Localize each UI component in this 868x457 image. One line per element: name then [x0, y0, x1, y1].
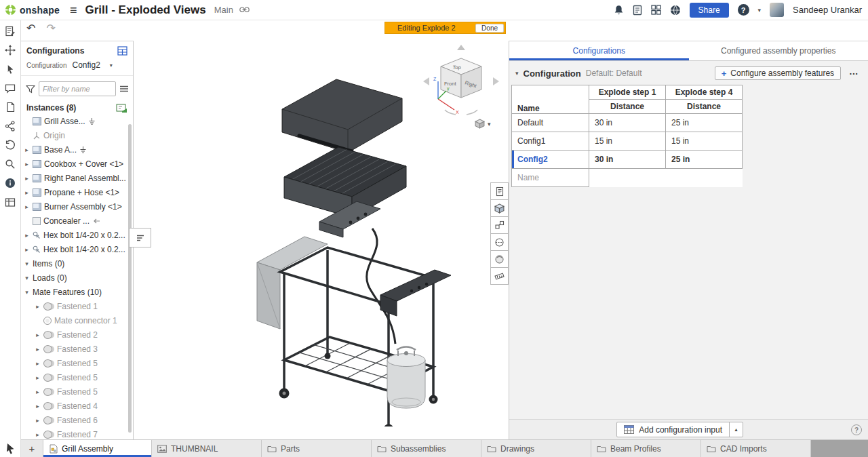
tree-item-grill-assembly[interactable]: Grill Asse... [21, 114, 133, 128]
account-caret-icon[interactable]: ▾ [758, 7, 762, 14]
configuration-dropdown[interactable]: Config2 ▾ [72, 60, 112, 70]
config-name-cell[interactable]: Config1 [512, 132, 589, 151]
insert-icon[interactable] [116, 104, 127, 113]
tree-group-mate-features[interactable]: ▾ Mate Features (10) [21, 285, 133, 299]
expand-caret-icon[interactable]: ▸ [35, 360, 41, 367]
tree-item-fastened-4[interactable]: ▸ Fastened 4 [21, 399, 133, 413]
share-link-icon[interactable] [239, 7, 250, 13]
config-name-cell[interactable]: Config2 [512, 151, 589, 169]
workspace-name[interactable]: Main [214, 5, 233, 15]
measure-button[interactable] [490, 267, 509, 285]
tree-group-loads[interactable]: ▾ Loads (0) [21, 271, 133, 285]
tree-item-fastened-1[interactable]: ▸ Fastened 1 [21, 299, 133, 313]
expand-caret-icon[interactable]: ▸ [24, 189, 30, 196]
tree-item-fastened-6[interactable]: ▸ Fastened 6 [21, 413, 133, 427]
tree-group-items[interactable]: ▾ Items (0) [21, 256, 133, 271]
select-cursor-icon[interactable] [3, 62, 17, 76]
exploded-view-button[interactable] [490, 216, 509, 234]
tree-item-concealer[interactable]: Concealer ... [21, 214, 133, 228]
tree-item-fastened-5c[interactable]: ▸ Fastened 5 [21, 384, 133, 399]
configuration-table-icon[interactable] [117, 46, 127, 56]
tab-subassemblies[interactable]: Subassemblies [372, 440, 481, 457]
panel-help-icon[interactable]: ? [851, 424, 862, 435]
expand-caret-icon[interactable]: ▸ [24, 203, 30, 210]
config-value-cell[interactable]: 30 in [589, 114, 666, 132]
tree-item-fastened-5a[interactable]: ▸ Fastened 5 [21, 356, 133, 370]
tree-item-right-panel-assembly[interactable]: ▸ Right Panel Assembl... [21, 171, 133, 185]
tab-cad-imports[interactable]: CAD Imports [701, 440, 811, 457]
expand-caret-icon[interactable]: ▸ [35, 332, 41, 338]
expand-caret-icon[interactable]: ▸ [35, 389, 41, 395]
tree-item-mate-connector-1[interactable]: Mate connector 1 [21, 313, 133, 327]
pointer-mode-icon[interactable] [4, 443, 16, 455]
config-value-cell[interactable]: 30 in [589, 151, 666, 169]
tree-item-origin[interactable]: Origin [21, 128, 133, 142]
overflow-menu-icon[interactable]: ••• [850, 71, 859, 77]
add-configuration-input-button[interactable]: Add configuration input ▴ [616, 422, 743, 437]
new-config-name-placeholder[interactable]: Name [512, 169, 589, 187]
redo-icon[interactable]: ↷ [46, 22, 55, 35]
config-row-default[interactable]: Default 30 in 25 in [512, 114, 743, 132]
new-config-row[interactable]: Name [512, 169, 743, 187]
expand-caret-icon[interactable]: ▸ [35, 417, 41, 424]
tab-grill-assembly[interactable]: Grill Assembly [43, 440, 152, 457]
expand-caret-icon[interactable]: ▸ [35, 374, 41, 381]
config-value-cell[interactable]: 25 in [666, 114, 743, 132]
search-icon[interactable] [3, 157, 17, 171]
tree-item-hex-bolt-1[interactable]: ▸ Hex bolt 1/4-20 x 0.2... [21, 228, 133, 242]
section-view-button[interactable] [490, 233, 509, 251]
parts-cube-button[interactable] [490, 199, 509, 217]
tree-item-cookbox-cover[interactable]: ▸ Cookbox + Cover <1> [21, 157, 133, 171]
config-name-cell[interactable]: Default [512, 114, 589, 132]
tree-item-propane-hose[interactable]: ▸ Propane + Hose <1> [21, 185, 133, 199]
learning-globe-icon[interactable] [670, 5, 681, 16]
user-avatar[interactable] [770, 3, 784, 17]
collapse-caret-icon[interactable]: ▾ [24, 289, 30, 296]
expand-caret-icon[interactable]: ▸ [24, 232, 30, 239]
expand-caret-icon[interactable]: ▸ [24, 175, 30, 182]
tab-drawings[interactable]: Drawings [481, 440, 591, 457]
add-tab-button[interactable]: + [21, 440, 43, 457]
config-value-cell[interactable]: 25 in [666, 151, 743, 169]
section-collapse-caret-icon[interactable]: ▾ [515, 70, 519, 77]
tree-item-base-assembly[interactable]: ▸ Base A... [21, 142, 133, 157]
tab-configurations[interactable]: Configurations [509, 41, 689, 60]
display-mode-button[interactable]: ▾ [475, 119, 491, 129]
filter-funnel-icon[interactable] [26, 85, 35, 94]
history-icon[interactable] [3, 138, 17, 152]
configure-assembly-features-button[interactable]: + Configure assembly features [715, 66, 841, 80]
move-icon[interactable] [3, 43, 17, 57]
versions-graph-icon[interactable] [3, 119, 17, 133]
structure-list-toggle-button[interactable] [129, 228, 151, 247]
notifications-bell-icon[interactable] [614, 5, 624, 16]
list-options-icon[interactable] [119, 85, 129, 93]
expand-caret-icon[interactable]: ▸ [24, 246, 30, 253]
tab-beam-profiles[interactable]: Beam Profiles [591, 440, 701, 457]
onshape-logo[interactable]: onshape [0, 4, 64, 16]
config-row-config1[interactable]: Config1 15 in 15 in [512, 132, 743, 151]
undo-icon[interactable]: ↶ [26, 22, 35, 35]
tab-thumbnail[interactable]: THUMBNAIL [152, 440, 262, 457]
grill-exploded-model[interactable] [218, 47, 475, 426]
filter-input[interactable] [39, 81, 116, 96]
info-icon[interactable] [3, 176, 17, 190]
tree-item-fastened-2[interactable]: ▸ Fastened 2 [21, 327, 133, 342]
tree-item-burner-assembly[interactable]: ▸ Burner Assembly <1> [21, 199, 133, 214]
tree-item-fastened-5b[interactable]: ▸ Fastened 5 [21, 370, 133, 384]
config-value-cell[interactable]: 15 in [666, 132, 743, 151]
done-button[interactable]: Done [475, 24, 504, 33]
main-menu-icon[interactable]: ≡ [64, 4, 83, 16]
comments-icon[interactable] [3, 81, 17, 95]
sheet-panel-button[interactable] [490, 182, 509, 200]
share-button[interactable]: Share [690, 3, 729, 18]
config-row-config2-selected[interactable]: Config2 30 in 25 in [512, 151, 743, 169]
reference-manager-icon[interactable] [633, 5, 642, 16]
rotate-right-arrow-icon[interactable] [493, 77, 499, 85]
expand-caret-icon[interactable]: ▸ [35, 303, 41, 310]
collapse-caret-icon[interactable]: ▾ [24, 260, 30, 267]
notes-icon[interactable] [3, 24, 17, 38]
tab-parts[interactable]: Parts [262, 440, 372, 457]
help-icon[interactable]: ? [738, 4, 749, 16]
tree-item-hex-bolt-2[interactable]: ▸ Hex bolt 1/4-20 x 0.2... [21, 242, 133, 256]
panel-scrollbar[interactable] [128, 124, 132, 433]
